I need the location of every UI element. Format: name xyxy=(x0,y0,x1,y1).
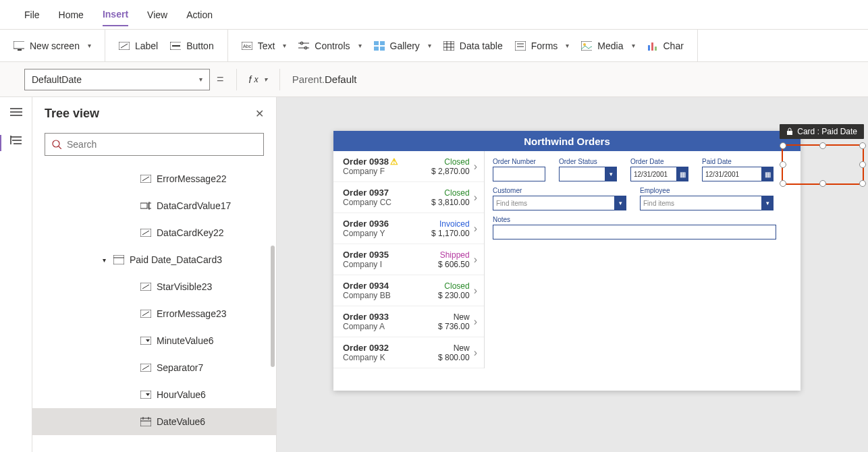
tree-item[interactable]: ▾Paid Date_DataCard3 xyxy=(32,246,276,273)
resize-handle[interactable] xyxy=(780,142,786,149)
customer-dropdown[interactable]: Find items▾ xyxy=(493,196,626,210)
menu-file[interactable]: File xyxy=(24,4,40,26)
order-item[interactable]: Order 0935Company IShipped$ 606.50› xyxy=(333,244,484,275)
svg-rect-16 xyxy=(443,41,454,51)
order-status-dropdown[interactable]: ▾ xyxy=(559,167,617,181)
forms-button[interactable]: Forms ▾ xyxy=(511,40,574,51)
hamburger-icon[interactable] xyxy=(8,104,24,120)
selection-box[interactable] xyxy=(782,144,864,185)
svg-rect-28 xyxy=(655,47,657,51)
menu-view[interactable]: View xyxy=(147,4,167,26)
tree-item-label: Paid Date_DataCard3 xyxy=(130,254,222,265)
tree-view-icon[interactable] xyxy=(8,132,24,148)
tree-item[interactable]: StarVisible23 xyxy=(32,273,276,300)
resize-handle[interactable] xyxy=(780,161,786,168)
app-preview[interactable]: Northwind Orders Order 0938⚠Company FClo… xyxy=(333,131,801,391)
search-field[interactable] xyxy=(67,139,256,150)
fx-button[interactable]: fx ▾ xyxy=(249,74,267,85)
label-button[interactable]: Label xyxy=(115,40,162,51)
tree-item[interactable]: DataCardKey22 xyxy=(32,219,276,246)
tree-item[interactable]: MinuteValue6 xyxy=(32,327,276,354)
field-label: Employee xyxy=(640,187,774,194)
button-icon xyxy=(170,40,181,51)
search-input[interactable] xyxy=(45,133,264,156)
controls-label: Controls xyxy=(315,40,350,51)
tree-item[interactable]: DataCardValue17 xyxy=(32,192,276,219)
input-icon xyxy=(140,200,151,211)
left-rail xyxy=(0,97,32,452)
svg-rect-15 xyxy=(380,47,385,51)
resize-handle[interactable] xyxy=(819,180,826,187)
order-gallery[interactable]: Order 0938⚠Company FClosed$ 2,870.00›Ord… xyxy=(333,151,485,368)
tree-item[interactable]: ErrorMessage23 xyxy=(32,300,276,327)
screen-icon xyxy=(13,40,24,51)
text-button[interactable]: Abc Text ▾ xyxy=(238,40,291,51)
order-item[interactable]: Order 0934Company BBClosed$ 230.00› xyxy=(333,275,484,306)
label-icon xyxy=(140,362,151,373)
resize-handle[interactable] xyxy=(859,161,866,168)
order-company: Company Y xyxy=(343,229,431,238)
menu-action[interactable]: Action xyxy=(186,4,213,26)
scrollbar[interactable] xyxy=(271,246,275,367)
formula-input[interactable]: Parent.Default xyxy=(292,74,357,86)
form-area: Order Number Order Status ▾ Order Date 1… xyxy=(485,151,801,368)
chevron-down-icon: ▾ xyxy=(632,42,635,49)
tree-list: ErrorMessage22DataCardValue17DataCardKey… xyxy=(32,165,276,452)
label-icon xyxy=(140,308,151,319)
property-selector[interactable]: DefaultDate ▾ xyxy=(24,69,210,90)
order-item[interactable]: Order 0933Company ANew$ 736.00› xyxy=(333,306,484,337)
menu-home[interactable]: Home xyxy=(59,4,84,26)
new-screen-button[interactable]: New screen ▾ xyxy=(9,40,95,51)
svg-rect-27 xyxy=(651,43,653,51)
close-icon[interactable]: ✕ xyxy=(255,107,264,120)
resize-handle[interactable] xyxy=(859,180,866,187)
chevron-right-icon: › xyxy=(474,223,477,235)
order-item[interactable]: Order 0936Company YInvoiced$ 1,170.00› xyxy=(333,213,484,244)
order-date-picker[interactable]: 12/31/2001▦ xyxy=(630,167,688,181)
resize-handle[interactable] xyxy=(780,180,786,187)
property-name: DefaultDate xyxy=(32,74,82,85)
svg-rect-41 xyxy=(113,255,124,264)
gallery-button[interactable]: Gallery ▾ xyxy=(370,40,435,51)
order-number-input[interactable] xyxy=(493,167,545,181)
data-table-button[interactable]: Data table xyxy=(439,40,507,51)
order-item[interactable]: Order 0938⚠Company FClosed$ 2,870.00› xyxy=(333,151,484,182)
field-label: Paid Date xyxy=(702,158,774,165)
label-icon xyxy=(140,173,151,184)
text-label: Text xyxy=(258,40,275,51)
order-status: Closed xyxy=(431,188,470,198)
employee-dropdown[interactable]: Find items▾ xyxy=(640,196,774,210)
charts-button[interactable]: Char xyxy=(643,40,688,51)
media-button[interactable]: Media ▾ xyxy=(577,40,639,51)
button-button[interactable]: Button xyxy=(166,40,217,51)
tree-item[interactable]: ErrorMessage22 xyxy=(32,165,276,192)
tree-item[interactable]: Separator7 xyxy=(32,354,276,381)
controls-button[interactable]: Controls ▾ xyxy=(294,40,365,51)
chevron-down-icon: ▾ xyxy=(614,196,626,210)
order-amount: $ 230.00 xyxy=(438,291,470,300)
notes-input[interactable] xyxy=(493,225,776,239)
media-label: Media xyxy=(597,40,623,51)
expand-caret-icon[interactable]: ▾ xyxy=(103,256,106,264)
calendar-icon: ▦ xyxy=(676,167,688,181)
chevron-right-icon: › xyxy=(474,285,477,297)
order-item[interactable]: Order 0937Company CCClosed$ 3,810.00› xyxy=(333,182,484,213)
order-item[interactable]: Order 0932Company KNew$ 800.00› xyxy=(333,337,484,368)
canvas[interactable]: Card : Paid Date Northwind Orders Order … xyxy=(277,97,868,452)
resize-handle[interactable] xyxy=(819,142,826,149)
svg-line-46 xyxy=(142,312,149,316)
tree-item[interactable]: DateValue6 xyxy=(32,408,276,435)
menu-insert[interactable]: Insert xyxy=(103,3,128,26)
chevron-down-icon: ▾ xyxy=(264,76,267,83)
svg-rect-21 xyxy=(515,41,526,51)
paid-date-picker[interactable]: 12/31/2001▦ xyxy=(702,167,774,181)
order-company: Company BB xyxy=(343,291,438,300)
svg-point-25 xyxy=(583,43,586,46)
formula-bar: DefaultDate ▾ = fx ▾ Parent.Default xyxy=(0,62,868,97)
tree-item[interactable]: HourValue6 xyxy=(32,381,276,408)
controls-icon xyxy=(298,40,309,51)
chevron-down-icon: ▾ xyxy=(88,42,91,49)
tree-item-label: ErrorMessage22 xyxy=(157,173,227,184)
order-amount: $ 606.50 xyxy=(438,260,470,269)
resize-handle[interactable] xyxy=(859,142,866,149)
